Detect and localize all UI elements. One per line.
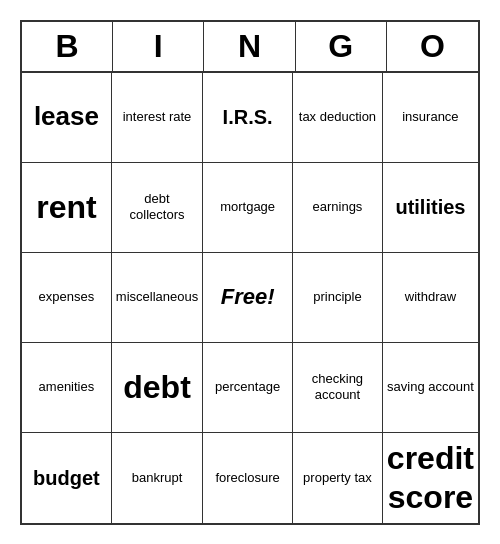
cell-text: expenses [39,289,95,305]
header-letter: O [387,22,478,71]
bingo-cell: percentage [203,343,293,433]
cell-text: miscellaneous [116,289,198,305]
header-letter: N [204,22,295,71]
bingo-cell: budget [22,433,112,523]
cell-text: debt [123,368,191,406]
cell-text: utilities [395,195,465,219]
header-letter: B [22,22,113,71]
bingo-cell: bankrupt [112,433,203,523]
cell-text: budget [33,466,100,490]
bingo-cell: interest rate [112,73,203,163]
bingo-cell: lease [22,73,112,163]
bingo-cell: amenities [22,343,112,433]
cell-text: bankrupt [132,470,183,486]
cell-text: I.R.S. [223,105,273,129]
bingo-cell: Free! [203,253,293,343]
bingo-cell: debt [112,343,203,433]
header-letter: I [113,22,204,71]
bingo-cell: debt collectors [112,163,203,253]
header-letter: G [296,22,387,71]
bingo-cell: mortgage [203,163,293,253]
cell-text: foreclosure [215,470,279,486]
bingo-card: BINGO leaseinterest rateI.R.S.tax deduct… [20,20,480,525]
cell-text: insurance [402,109,458,125]
bingo-cell: I.R.S. [203,73,293,163]
bingo-cell: utilities [383,163,478,253]
bingo-cell: property tax [293,433,383,523]
cell-text: checking account [297,371,378,402]
cell-text: amenities [39,379,95,395]
bingo-cell: insurance [383,73,478,163]
cell-text: mortgage [220,199,275,215]
bingo-header: BINGO [22,22,478,73]
cell-text: tax deduction [299,109,376,125]
cell-text: interest rate [123,109,192,125]
bingo-cell: foreclosure [203,433,293,523]
cell-text: percentage [215,379,280,395]
cell-text: rent [36,188,96,226]
cell-text: property tax [303,470,372,486]
cell-text: Free! [221,284,275,310]
bingo-cell: miscellaneous [112,253,203,343]
cell-text: saving account [387,379,474,395]
bingo-cell: expenses [22,253,112,343]
cell-text: lease [34,101,99,132]
bingo-cell: saving account [383,343,478,433]
bingo-cell: principle [293,253,383,343]
bingo-cell: withdraw [383,253,478,343]
cell-text: principle [313,289,361,305]
bingo-cell: credit score [383,433,478,523]
bingo-grid: leaseinterest rateI.R.S.tax deductionins… [22,73,478,523]
bingo-cell: earnings [293,163,383,253]
cell-text: debt collectors [116,191,198,222]
bingo-cell: tax deduction [293,73,383,163]
cell-text: earnings [313,199,363,215]
cell-text: withdraw [405,289,456,305]
bingo-cell: rent [22,163,112,253]
bingo-cell: checking account [293,343,383,433]
cell-text: credit score [387,439,474,516]
